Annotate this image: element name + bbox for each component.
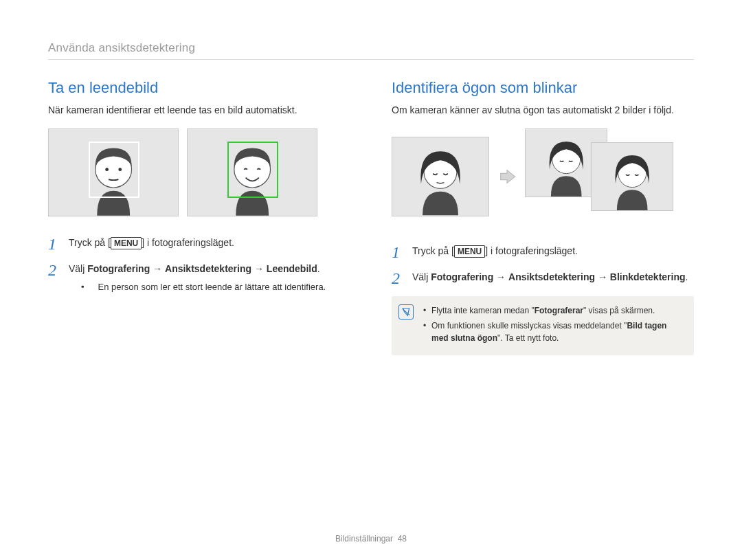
t: ] i fotograferingsläget. (485, 245, 578, 256)
breadcrumb: Använda ansiktsdetektering (48, 41, 694, 55)
t: Fotograferar (535, 306, 583, 315)
blink-photo-stack (525, 128, 683, 225)
step-text: Välj Fotografering → Ansiktsdetektering … (69, 262, 326, 304)
menu-button-label: MENU (454, 245, 485, 258)
footer-page-number: 48 (398, 534, 407, 544)
t: Ansiktsdetektering (165, 263, 251, 274)
note-box: Flytta inte kameran medan "Fotograferar"… (392, 296, 694, 355)
face-illustration (534, 133, 598, 197)
step-number: 1 (392, 244, 404, 260)
divider (48, 59, 694, 60)
note-item: Flytta inte kameran medan "Fotograferar"… (423, 304, 684, 317)
step-text: Tryck på [MENU] i fotograferingsläget. (69, 236, 234, 250)
face-illustration (600, 146, 664, 210)
t: Blinkdetektering (610, 271, 686, 282)
step1-post: ] i fotograferingsläget. (142, 237, 234, 248)
manual-page: Använda ansiktsdetektering Ta en leendeb… (0, 0, 742, 560)
step-text: Välj Fotografering → Ansiktsdetektering … (412, 270, 688, 284)
step-2: 2 Välj Fotografering → Ansiktsdetekterin… (48, 262, 350, 304)
stacked-photo-front (591, 142, 673, 211)
section-desc-blink: Om kameran känner av slutna ögon tas aut… (392, 104, 694, 117)
section-desc-smile: När kameran identifierar ett leende tas … (48, 104, 350, 117)
bullet: En person som ler ett stort leende är lä… (81, 280, 326, 294)
t: → (150, 263, 165, 274)
t: Ansiktsdetektering (508, 271, 595, 282)
t: Fotografering (431, 271, 493, 282)
step-number: 2 (392, 270, 404, 287)
t: → (595, 271, 610, 282)
footer-section: Bildinställningar (335, 534, 393, 544)
t: → (493, 271, 508, 282)
t: " visas på skärmen. (583, 306, 655, 315)
step-1: 1 Tryck på [MENU] i fotograferingsläget. (48, 236, 350, 252)
face-detection-box-white (89, 142, 139, 198)
t: Om funktionen skulle misslyckas visas me… (431, 321, 627, 331)
face-detection-box-green (227, 142, 278, 198)
smile-steps: 1 Tryck på [MENU] i fotograferingsläget.… (48, 236, 350, 304)
step2-bullets: En person som ler ett stort leende är lä… (69, 280, 326, 294)
note-icon (398, 304, 414, 320)
t: → (251, 263, 267, 274)
blink-images (392, 128, 694, 225)
section-title-smile: Ta en leendebild (48, 79, 350, 97)
menu-button-label: MENU (111, 237, 142, 249)
arrow-right-icon (497, 167, 517, 186)
smile-images (48, 128, 350, 216)
t: Tryck på [ (412, 245, 454, 256)
step-2: 2 Välj Fotografering → Ansiktsdetekterin… (392, 270, 694, 287)
t: Välj (69, 263, 87, 274)
section-title-blink: Identifiera ögon som blinkar (392, 79, 694, 97)
note-item: Om funktionen skulle misslyckas visas me… (423, 320, 684, 344)
page-footer: Bildinställningar 48 (0, 534, 742, 544)
t: Välj (412, 271, 431, 282)
step-1: 1 Tryck på [MENU] i fotograferingsläget. (392, 244, 694, 260)
t: Flytta inte kameran medan " (431, 306, 535, 315)
blink-section: Identifiera ögon som blinkar Om kameran … (392, 79, 694, 355)
smile-shot-section: Ta en leendebild När kameran identifiera… (48, 79, 350, 355)
t: Fotografering (87, 263, 150, 274)
face-illustration (402, 141, 479, 215)
t: Leendebild (267, 263, 317, 274)
blink-steps: 1 Tryck på [MENU] i fotograferingsläget.… (392, 244, 694, 287)
t: . (317, 263, 320, 274)
t: . (686, 271, 688, 282)
blink-photo-single (392, 137, 489, 216)
note-list: Flytta inte kameran medan "Fotograferar"… (423, 304, 684, 344)
step-number: 1 (48, 236, 60, 252)
two-column-layout: Ta en leendebild När kameran identifiera… (48, 79, 694, 355)
smile-photo-smiling (187, 128, 317, 216)
smile-photo-neutral (48, 128, 179, 216)
t: ". Ta ett nytt foto. (497, 333, 559, 343)
step-number: 2 (48, 262, 60, 278)
step-text: Tryck på [MENU] i fotograferingsläget. (412, 244, 578, 258)
step1-pre: Tryck på [ (69, 237, 111, 248)
